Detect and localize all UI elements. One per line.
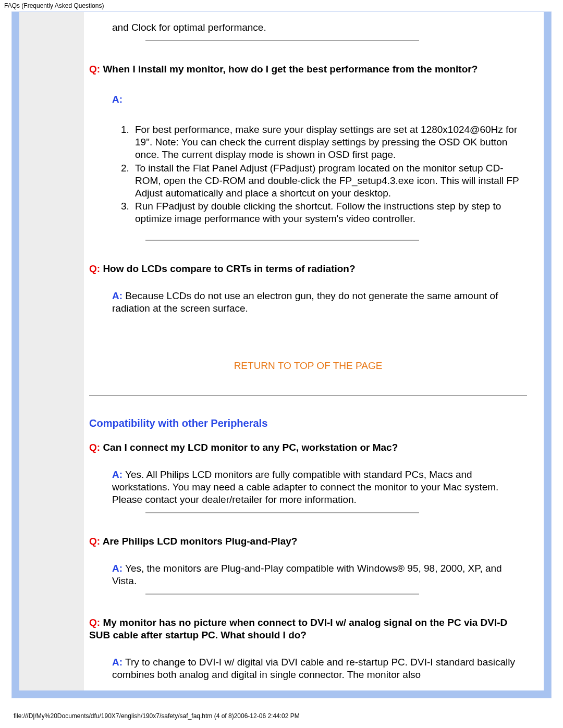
divider bbox=[145, 594, 419, 595]
q-text: How do LCDs compare to CRTs in terms of … bbox=[100, 263, 355, 274]
q-text: When I install my monitor, how do I get … bbox=[100, 64, 478, 75]
faq3-answer: A: Yes. All Philips LCD monitors are ful… bbox=[112, 468, 527, 506]
divider bbox=[145, 240, 419, 241]
q-label: Q: bbox=[89, 442, 100, 453]
page-frame: and Clock for optimal performance. Q: Wh… bbox=[11, 11, 552, 698]
q-label: Q: bbox=[89, 617, 100, 628]
a-text: Try to change to DVI-I w/ digital via DV… bbox=[112, 657, 515, 680]
list-item: Run FPadjust by double clicking the shor… bbox=[132, 200, 527, 225]
a-text: Yes. All Philips LCD monitors are fully … bbox=[112, 469, 498, 505]
q-label: Q: bbox=[89, 64, 100, 75]
previous-answer-tail: and Clock for optimal performance. bbox=[112, 21, 527, 34]
q-label: Q: bbox=[89, 263, 100, 274]
list-item: To install the Flat Panel Adjust (FPadju… bbox=[132, 162, 527, 200]
faq1-answer-list: For best performance, make sure your dis… bbox=[132, 124, 527, 226]
main-content: and Clock for optimal performance. Q: Wh… bbox=[84, 12, 544, 690]
a-label: A: bbox=[112, 469, 123, 480]
faq-question-4: Q: Are Philips LCD monitors Plug-and-Pla… bbox=[89, 535, 527, 548]
a-label: A: bbox=[112, 563, 123, 574]
faq-question-2: Q: How do LCDs compare to CRTs in terms … bbox=[89, 263, 527, 275]
page-header: FAQs (Frequently Asked Questions) bbox=[0, 0, 563, 11]
q-label: Q: bbox=[89, 536, 100, 547]
a-text: Because LCDs do not use an electron gun,… bbox=[112, 290, 498, 314]
section-divider bbox=[89, 395, 527, 396]
faq-question-1: Q: When I install my monitor, how do I g… bbox=[89, 63, 527, 76]
a-label: A: bbox=[112, 94, 123, 105]
faq5-answer: A: Try to change to DVI-I w/ digital via… bbox=[112, 656, 527, 681]
q-text: Can I connect my LCD monitor to any PC, … bbox=[100, 442, 398, 453]
faq4-answer: A: Yes, the monitors are Plug-and-Play c… bbox=[112, 562, 527, 587]
divider bbox=[145, 40, 419, 41]
list-item: For best performance, make sure your dis… bbox=[132, 124, 527, 161]
divider bbox=[145, 512, 419, 513]
faq-question-5: Q: My monitor has no picture when connec… bbox=[89, 616, 527, 641]
q-text: My monitor has no picture when connect t… bbox=[89, 617, 507, 640]
a-label: A: bbox=[112, 657, 123, 668]
q-text: Are Philips LCD monitors Plug-and-Play? bbox=[100, 536, 297, 547]
a-text: Yes, the monitors are Plug-and-Play comp… bbox=[112, 563, 502, 586]
footer-path: file:///D|/My%20Documents/dfu/190X7/engl… bbox=[0, 707, 304, 720]
faq2-answer: A: Because LCDs do not use an electron g… bbox=[112, 290, 527, 315]
faq-question-3: Q: Can I connect my LCD monitor to any P… bbox=[89, 441, 527, 454]
a-label: A: bbox=[112, 290, 123, 301]
sidebar-placeholder bbox=[19, 12, 84, 690]
return-to-top-link[interactable]: RETURN TO TOP OF THE PAGE bbox=[89, 360, 527, 372]
section-title: Compatibility with other Peripherals bbox=[89, 417, 527, 430]
